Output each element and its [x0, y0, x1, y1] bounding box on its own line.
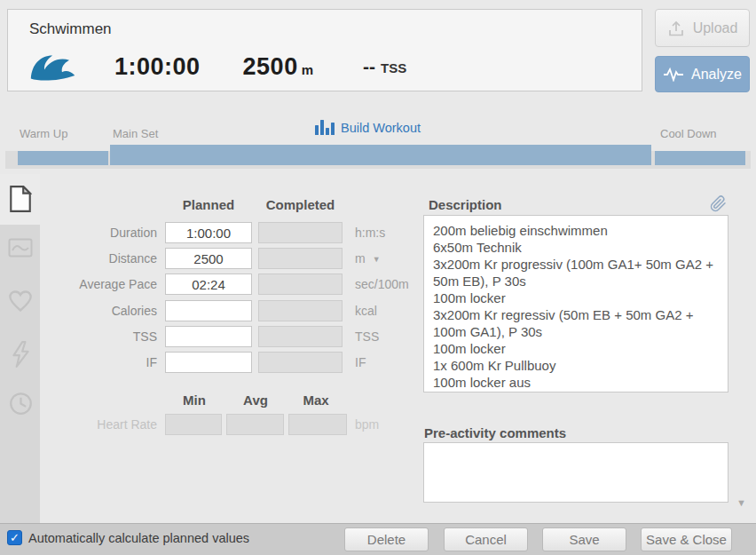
workout-stats-row: 1:00:00 2500m --TSS — [29, 47, 406, 86]
workout-title: Schwimmen — [29, 20, 112, 38]
heart-rate-row: Heart Rate bpm — [0, 414, 417, 435]
calories-label: Calories — [0, 300, 157, 321]
distance-planned-input[interactable] — [165, 248, 252, 269]
heart-rate-unit: bpm — [355, 414, 379, 435]
distance-label: Distance — [0, 248, 157, 269]
build-workout-label: Build Workout — [341, 121, 421, 135]
average-pace-completed-input — [258, 274, 343, 295]
completed-column-header: Completed — [258, 197, 343, 212]
calories-planned-input[interactable] — [165, 300, 252, 321]
tss-unit: TSS — [355, 326, 379, 347]
tss-row: TSS TSS — [0, 326, 417, 347]
duration-planned-input[interactable] — [165, 222, 252, 243]
duration-row: Duration h:m:s — [0, 222, 417, 243]
tab-summary-document-icon[interactable] — [8, 186, 33, 212]
warm-up-label: Warm Up — [20, 127, 67, 140]
delete-button[interactable]: Delete — [344, 527, 429, 551]
save-close-button[interactable]: Save & Close — [641, 527, 732, 551]
tss-value: -- — [363, 56, 375, 76]
distance-unit-dropdown-icon[interactable]: ▼ — [373, 255, 381, 264]
build-workout-link[interactable]: Build Workout — [315, 120, 421, 135]
if-completed-input — [258, 352, 343, 373]
distance-unit-label: m — [302, 62, 313, 77]
duration-unit: h:m:s — [355, 222, 385, 243]
duration-label: Duration — [0, 222, 157, 243]
workout-summary-panel: Schwimmen 1:00:00 2500m --TSS — [7, 9, 642, 91]
duration-completed-input — [258, 222, 343, 243]
tss-label: TSS — [381, 60, 406, 75]
attachment-paperclip-icon[interactable] — [710, 195, 727, 216]
pre-activity-comments-label: Pre-activity comments — [424, 425, 566, 440]
upload-button[interactable]: Upload — [655, 9, 750, 47]
upload-button-label: Upload — [693, 20, 738, 36]
tss-row-label: TSS — [0, 326, 157, 347]
tss-completed-input — [258, 326, 343, 347]
cool-down-segment[interactable] — [655, 151, 745, 165]
min-column-header: Min — [165, 392, 224, 408]
heart-rate-min-input — [165, 414, 222, 435]
main-set-segment[interactable] — [110, 145, 651, 165]
description-label: Description — [429, 197, 502, 212]
max-column-header: Max — [286, 392, 346, 408]
save-button[interactable]: Save — [542, 527, 626, 551]
heart-rate-avg-input — [226, 414, 284, 435]
tss-planned-input[interactable] — [165, 326, 252, 347]
swim-icon — [29, 51, 77, 83]
description-textarea[interactable]: 200m beliebig einschwimmen 6x50m Technik… — [423, 215, 728, 392]
workout-editor: Schwimmen 1:00:00 2500m --TSS Upload Ana… — [0, 0, 756, 555]
analyze-button[interactable]: Analyze — [655, 56, 750, 92]
planned-column-header: Planned — [165, 197, 252, 212]
auto-calculate-label: Automatically calculate planned values — [28, 531, 249, 545]
planned-distance-value: 2500 — [243, 53, 298, 80]
bar-chart-icon — [315, 120, 335, 135]
main-set-label: Main Set — [113, 127, 158, 140]
tab-time-clock-icon[interactable] — [8, 392, 33, 416]
if-unit: IF — [355, 352, 366, 373]
footer-bar: ✓ Automatically calculate planned values… — [0, 523, 756, 555]
if-planned-input[interactable] — [165, 352, 252, 373]
distance-row: Distance m▼ — [0, 248, 417, 269]
planned-duration-value: 1:00:00 — [114, 53, 201, 81]
scroll-down-icon[interactable]: ▼ — [736, 497, 746, 508]
heart-rate-max-input — [288, 414, 347, 435]
warm-up-segment[interactable] — [18, 151, 108, 165]
average-pace-label: Average Pace — [0, 274, 157, 295]
analyze-button-label: Analyze — [691, 67, 742, 83]
calories-row: Calories kcal — [0, 300, 417, 321]
distance-completed-input — [258, 248, 343, 269]
calories-unit: kcal — [355, 300, 377, 321]
if-row-label: IF — [0, 352, 157, 373]
cool-down-label: Cool Down — [660, 127, 717, 140]
average-pace-planned-input[interactable] — [165, 274, 252, 295]
pre-activity-comments-textarea[interactable] — [423, 442, 728, 503]
auto-calculate-checkbox[interactable]: ✓ — [7, 530, 22, 545]
upload-icon — [667, 20, 685, 36]
cancel-button[interactable]: Cancel — [444, 527, 528, 551]
distance-unit: m — [355, 251, 366, 266]
pulse-icon — [663, 67, 684, 82]
calories-completed-input — [258, 300, 343, 321]
average-pace-row: Average Pace sec/100m — [0, 274, 417, 295]
if-row: IF IF — [0, 352, 417, 373]
average-pace-unit: sec/100m — [355, 274, 409, 295]
heart-rate-label: Heart Rate — [0, 414, 157, 435]
avg-column-header: Avg — [227, 392, 284, 408]
